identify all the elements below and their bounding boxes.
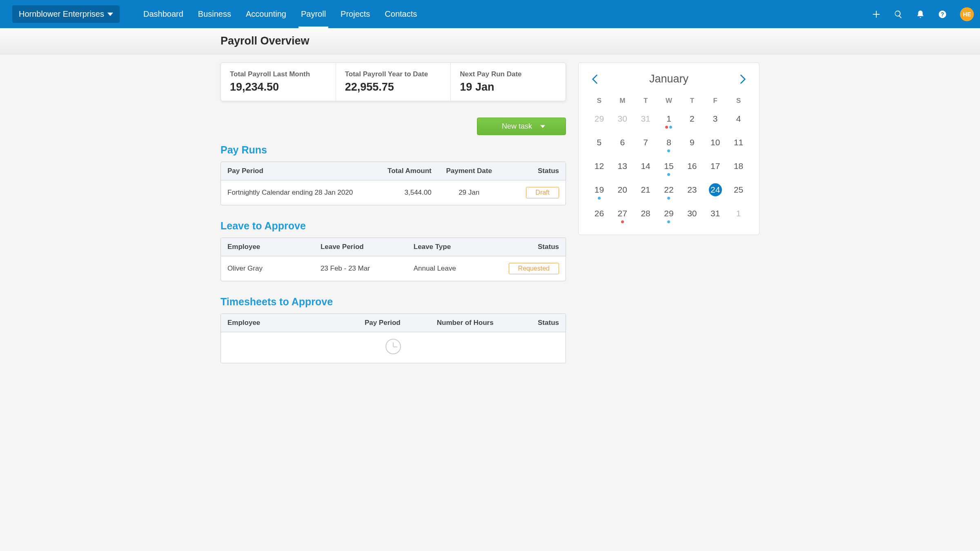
- col-hours: Number of Hours: [407, 314, 500, 332]
- calendar-day[interactable]: 27: [611, 207, 634, 223]
- calendar-dow: S: [727, 97, 750, 105]
- col-payment-date: Payment Date: [438, 162, 500, 180]
- col-leave-period: Leave Period: [314, 238, 407, 256]
- calendar-day[interactable]: 1: [727, 207, 750, 223]
- event-dot: [667, 220, 670, 223]
- calendar-day[interactable]: 9: [680, 136, 704, 152]
- stat-label: Total Payroll Year to Date: [345, 70, 442, 78]
- table-row[interactable]: Oliver Gray 23 Feb - 23 Mar Annual Leave…: [221, 256, 566, 281]
- event-dot: [667, 197, 670, 200]
- calendar-day[interactable]: 31: [704, 207, 727, 223]
- calendar-day[interactable]: 23: [680, 183, 704, 200]
- stat-value: 19,234.50: [230, 81, 327, 93]
- nav-dashboard[interactable]: Dashboard: [136, 0, 191, 28]
- calendar-day[interactable]: 3: [704, 112, 727, 129]
- calendar-header: January: [588, 73, 750, 85]
- calendar-next[interactable]: [738, 74, 748, 84]
- calendar-day[interactable]: 18: [727, 160, 750, 176]
- calendar-day[interactable]: 19: [588, 183, 611, 200]
- calendar-day[interactable]: 15: [657, 160, 681, 176]
- chevron-down-icon: [107, 11, 113, 17]
- content: Total Payroll Last Month 19,234.50 Total…: [212, 54, 768, 371]
- status-badge[interactable]: Requested: [509, 263, 559, 274]
- calendar-day[interactable]: 6: [611, 136, 634, 152]
- left-column: Total Payroll Last Month 19,234.50 Total…: [220, 62, 566, 363]
- event-dot: [667, 149, 670, 152]
- calendar-grid: SMTWTFS293031123456789101112131415161718…: [588, 97, 750, 223]
- nav-contacts[interactable]: Contacts: [377, 0, 424, 28]
- calendar-day[interactable]: 25: [727, 183, 750, 200]
- cell-status: Draft: [500, 180, 566, 205]
- event-dot: [667, 173, 670, 176]
- stat-value: 19 Jan: [460, 81, 557, 93]
- calendar-dow: S: [588, 97, 611, 105]
- calendar-day[interactable]: 17: [704, 160, 727, 176]
- stat-label: Total Payroll Last Month: [230, 70, 327, 78]
- col-pay-period: Pay Period: [221, 162, 376, 180]
- cell-amount: 3,544.00: [376, 180, 438, 205]
- calendar-day[interactable]: 30: [611, 112, 634, 129]
- chevron-down-icon: [540, 124, 545, 129]
- calendar-day[interactable]: 28: [634, 207, 657, 223]
- stat-next-run: Next Pay Run Date 19 Jan: [451, 63, 566, 101]
- section-title-timesheets: Timesheets to Approve: [220, 296, 566, 308]
- bell-icon[interactable]: [916, 10, 925, 19]
- calendar-dow: M: [611, 97, 634, 105]
- col-leave-type: Leave Type: [407, 238, 500, 256]
- event-dot: [621, 220, 624, 223]
- calendar-day[interactable]: 1: [657, 112, 681, 129]
- cell-status: Requested: [500, 256, 566, 281]
- nav-business[interactable]: Business: [191, 0, 238, 28]
- timesheets-table: Employee Pay Period Number of Hours Stat…: [220, 313, 566, 363]
- col-pay-period: Pay Period: [314, 314, 407, 332]
- col-employee: Employee: [221, 314, 314, 332]
- calendar-day[interactable]: 10: [704, 136, 727, 152]
- calendar-day[interactable]: 31: [634, 112, 657, 129]
- cell-period: 23 Feb - 23 Mar: [314, 256, 407, 281]
- calendar-day[interactable]: 22: [657, 183, 681, 200]
- calendar: January SMTWTFS2930311234567891011121314…: [578, 62, 760, 235]
- col-status: Status: [500, 238, 566, 256]
- nav-payroll[interactable]: Payroll: [294, 0, 333, 28]
- actions-row: New task: [220, 118, 566, 135]
- calendar-day[interactable]: 26: [588, 207, 611, 223]
- nav-accounting[interactable]: Accounting: [238, 0, 294, 28]
- calendar-day[interactable]: 11: [727, 136, 750, 152]
- page-title: Payroll Overview: [212, 35, 768, 47]
- calendar-month: January: [649, 73, 688, 85]
- calendar-day[interactable]: 2: [680, 112, 704, 129]
- search-icon[interactable]: [894, 10, 903, 19]
- calendar-day[interactable]: 5: [588, 136, 611, 152]
- svg-text:?: ?: [941, 11, 944, 17]
- add-icon[interactable]: [872, 10, 881, 19]
- nav-projects[interactable]: Projects: [333, 0, 377, 28]
- section-title-leave: Leave to Approve: [220, 220, 566, 232]
- calendar-day[interactable]: 14: [634, 160, 657, 176]
- stat-label: Next Pay Run Date: [460, 70, 557, 78]
- avatar[interactable]: HE: [960, 7, 974, 21]
- calendar-dow: F: [704, 97, 727, 105]
- calendar-day[interactable]: 29: [657, 207, 681, 223]
- help-icon[interactable]: ?: [938, 10, 947, 19]
- table-row[interactable]: Fortnightly Calendar ending 28 Jan 2020 …: [221, 180, 566, 205]
- calendar-day[interactable]: 8: [657, 136, 681, 152]
- cell-employee: Oliver Gray: [221, 256, 314, 281]
- calendar-day[interactable]: 7: [634, 136, 657, 152]
- stat-cards: Total Payroll Last Month 19,234.50 Total…: [220, 62, 566, 101]
- calendar-day[interactable]: 21: [634, 183, 657, 200]
- col-status: Status: [500, 162, 566, 180]
- calendar-day[interactable]: 20: [611, 183, 634, 200]
- calendar-day[interactable]: 12: [588, 160, 611, 176]
- calendar-dow: W: [657, 97, 681, 105]
- new-task-button[interactable]: New task: [477, 118, 566, 135]
- status-badge[interactable]: Draft: [526, 187, 559, 198]
- calendar-day[interactable]: 24: [704, 183, 727, 200]
- calendar-prev[interactable]: [590, 74, 600, 84]
- calendar-day[interactable]: 29: [588, 112, 611, 129]
- calendar-day[interactable]: 30: [680, 207, 704, 223]
- org-switcher[interactable]: Hornblower Enterprises: [12, 5, 120, 23]
- calendar-day[interactable]: 13: [611, 160, 634, 176]
- calendar-day[interactable]: 4: [727, 112, 750, 129]
- stat-last-month: Total Payroll Last Month 19,234.50: [221, 63, 336, 101]
- calendar-day[interactable]: 16: [680, 160, 704, 176]
